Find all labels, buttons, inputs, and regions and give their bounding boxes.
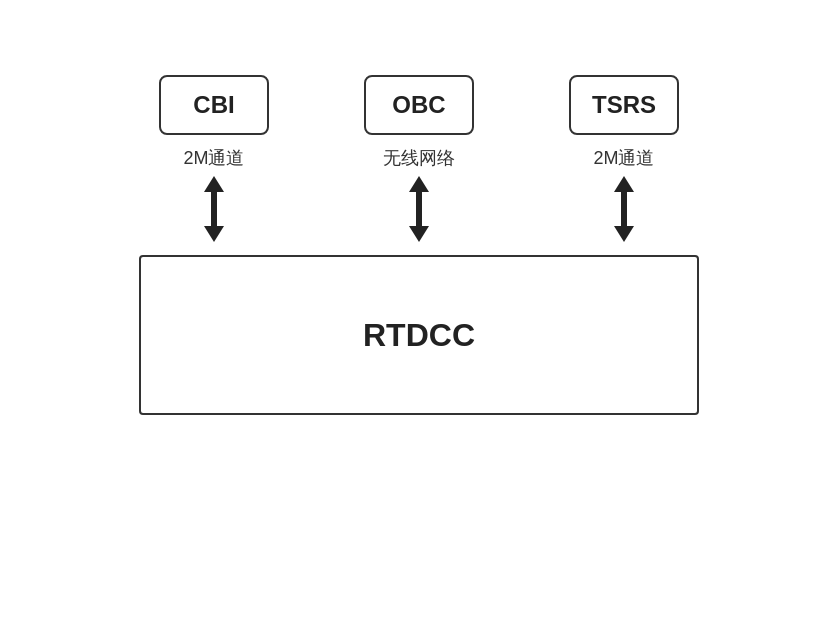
tsrs-arrow <box>609 174 639 244</box>
tsrs-label: TSRS <box>592 91 656 119</box>
tsrs-connector-label: 2M通道 <box>593 146 654 170</box>
svg-marker-6 <box>614 176 634 192</box>
svg-rect-4 <box>416 190 422 228</box>
tsrs-box: TSRS <box>569 75 679 135</box>
cbi-connector: 2M通道 <box>159 135 269 255</box>
top-boxes-row: CBI OBC TSRS <box>139 75 699 135</box>
svg-rect-1 <box>211 190 217 228</box>
svg-marker-2 <box>204 226 224 242</box>
svg-marker-5 <box>409 226 429 242</box>
obc-connector: 无线网络 <box>364 135 474 255</box>
obc-arrow <box>404 174 434 244</box>
svg-marker-8 <box>614 226 634 242</box>
connectors-row: 2M通道 无线网络 2M通道 <box>139 135 699 255</box>
cbi-connector-label: 2M通道 <box>183 146 244 170</box>
svg-rect-7 <box>621 190 627 228</box>
rtdcc-box: RTDCC <box>139 255 699 415</box>
obc-connector-label: 无线网络 <box>383 146 455 170</box>
rtdcc-label: RTDCC <box>363 317 475 354</box>
obc-box: OBC <box>364 75 474 135</box>
cbi-label: CBI <box>193 91 234 119</box>
diagram: CBI OBC TSRS 2M通道 无线网络 <box>139 55 699 575</box>
cbi-arrow <box>199 174 229 244</box>
obc-label: OBC <box>392 91 445 119</box>
svg-marker-3 <box>409 176 429 192</box>
cbi-box: CBI <box>159 75 269 135</box>
tsrs-connector: 2M通道 <box>569 135 679 255</box>
svg-marker-0 <box>204 176 224 192</box>
